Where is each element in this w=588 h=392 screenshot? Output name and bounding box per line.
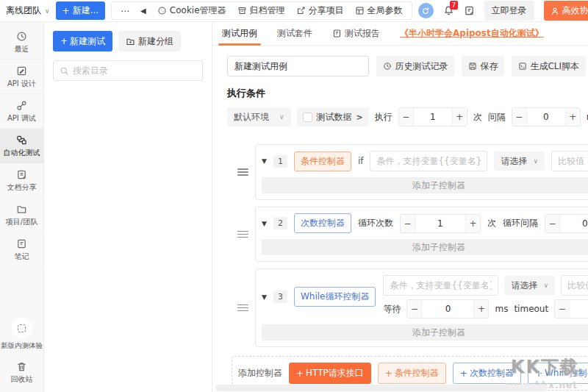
collapse-caret-icon[interactable]: ▼ xyxy=(262,157,267,165)
exec-conditions-row: 默认环境 ∨ 测试数据 > 执行 − 1 + 次 间隔 − 0 xyxy=(227,107,588,126)
increment-button[interactable]: + xyxy=(473,300,488,318)
chevron-down-icon: ∨ xyxy=(533,157,538,165)
exec-count-value: 1 xyxy=(414,112,452,122)
sidebar-item-doc-share[interactable]: 文档分享 xyxy=(0,163,43,198)
while-controller-badge[interactable]: While循环控制器 xyxy=(294,287,376,307)
topbar-menu-group: ⋯ ◀ Cookie管理器 归档管理 分享项目 全局参数 xyxy=(111,1,412,20)
sidebar-item-trash[interactable]: 回收站 xyxy=(0,355,43,392)
menu-archive-label: 归档管理 xyxy=(250,4,285,17)
history-button[interactable]: 历史测试记录 xyxy=(376,56,454,76)
sidebar-item-recent[interactable]: 最近 xyxy=(0,25,43,60)
decrement-button[interactable]: − xyxy=(512,108,527,126)
compare-value-input[interactable] xyxy=(551,151,588,171)
increment-button[interactable]: + xyxy=(565,108,580,126)
menu-global-params[interactable]: 全局参数 xyxy=(355,4,403,17)
icon-sidebar: 最近 API 设计 API 调试 自动化测试 文档分享 项目/团队 笔记 xyxy=(0,22,44,392)
test-data-checkbox[interactable] xyxy=(303,113,312,122)
decrement-button[interactable]: − xyxy=(399,108,414,126)
test-data-label: 测试数据 xyxy=(317,111,352,124)
notifications-button[interactable]: 7 xyxy=(443,5,454,16)
drag-handle-icon[interactable] xyxy=(237,302,248,313)
environment-select[interactable]: 默认环境 ∨ xyxy=(227,107,291,126)
menu-cookie-manager[interactable]: Cookie管理器 xyxy=(157,4,226,17)
exec-count-stepper[interactable]: − 1 + xyxy=(398,107,467,126)
while-condition-input[interactable] xyxy=(383,275,498,296)
sidebar-item-projects[interactable]: 项目/团队 xyxy=(0,198,43,232)
test-name-input[interactable] xyxy=(227,56,369,76)
add-condition-controller-button[interactable]: + 条件控制器 xyxy=(378,363,446,384)
back-icon[interactable]: ◀ xyxy=(140,7,146,15)
decrement-button[interactable]: − xyxy=(407,300,422,318)
while-operator-select[interactable]: 请选择 ∨ xyxy=(504,276,555,295)
tutorial-link[interactable]: 《半小时学会Apipost自动化测试》 xyxy=(400,27,544,40)
increment-button[interactable]: + xyxy=(465,215,480,232)
collab-button[interactable]: 高效协作 xyxy=(544,1,588,21)
wait-value: 0 xyxy=(422,304,473,314)
increment-button[interactable]: + xyxy=(452,108,467,126)
new-group-button[interactable]: 新建分组 xyxy=(118,31,181,51)
add-child-controller-button[interactable]: 添加子控制器 xyxy=(262,177,588,193)
count-controller-badge[interactable]: 次数控制器 xyxy=(294,213,351,233)
add-count-label: 次数控制器 xyxy=(470,367,514,379)
condition-controller-badge[interactable]: 条件控制器 xyxy=(294,152,351,171)
tab-test-case[interactable]: 测试用例 xyxy=(222,22,257,46)
team-selector[interactable]: 离线团队 ∨ xyxy=(6,4,50,17)
condition-input[interactable] xyxy=(370,151,487,171)
notes-button[interactable] xyxy=(464,5,475,16)
add-child-controller-button[interactable]: 添加子控制器 xyxy=(262,324,588,341)
folder-icon xyxy=(16,204,27,215)
controller-row-2: ▼ 2 次数控制器 循环次数 − 1 + 次 循环间隔 − 0 xyxy=(237,207,588,262)
timeout-stepper[interactable]: − 0 + xyxy=(554,299,588,318)
new-button[interactable]: + 新建... xyxy=(56,1,106,20)
chevron-down-icon: ∨ xyxy=(45,7,50,15)
folder-plus-icon xyxy=(126,37,135,46)
sidebar-item-beta[interactable]: 新版内测体验 xyxy=(0,312,43,355)
horizontal-scrollbar[interactable] xyxy=(215,385,548,391)
controller-row-1: ▼ 1 条件控制器 if 请选择 ∨ 添加子控制器 xyxy=(237,144,588,200)
notification-badge: 7 xyxy=(450,1,459,10)
collapse-caret-icon[interactable]: ▼ xyxy=(262,293,267,301)
search-input[interactable] xyxy=(73,65,196,76)
loop-interval-label: 循环间隔 xyxy=(503,217,538,229)
sync-button[interactable] xyxy=(418,3,434,18)
add-http-request-button[interactable]: + HTTP请求接口 xyxy=(289,363,371,384)
drag-handle-icon[interactable] xyxy=(237,167,248,178)
add-child-controller-button[interactable]: 添加子控制器 xyxy=(262,239,588,255)
new-test-button[interactable]: + 新建测试 xyxy=(53,31,112,51)
sidebar-item-notes[interactable]: 笔记 xyxy=(0,232,43,267)
timeout-label: timeout xyxy=(514,304,548,314)
loop-interval-value: 0 xyxy=(560,218,588,229)
expand-icon: > xyxy=(356,113,363,122)
menu-share-project[interactable]: 分享项目 xyxy=(296,4,344,17)
report-icon xyxy=(332,29,342,38)
sidebar-item-api-design[interactable]: API 设计 xyxy=(0,60,43,94)
while-compare-value-input[interactable] xyxy=(561,275,588,296)
decrement-button[interactable]: − xyxy=(555,300,570,318)
wait-stepper[interactable]: − 0 + xyxy=(406,299,489,318)
tab-test-suite[interactable]: 测试套件 xyxy=(277,22,312,46)
loop-count-stepper[interactable]: − 1 + xyxy=(400,214,481,233)
menu-archive[interactable]: 归档管理 xyxy=(237,4,285,17)
cli-icon xyxy=(518,62,527,71)
test-data-toggle[interactable]: 测试数据 > xyxy=(297,107,369,126)
person-icon xyxy=(551,7,559,15)
sidebar-item-auto-test[interactable]: 自动化测试 xyxy=(0,129,43,163)
more-button[interactable]: ⋯ xyxy=(121,6,129,16)
tab-test-report[interactable]: 测试报告 xyxy=(332,22,380,46)
decrement-button[interactable]: − xyxy=(401,215,415,232)
menu-cookie-label: Cookie管理器 xyxy=(170,4,226,17)
sidebar-item-api-debug[interactable]: API 调试 xyxy=(0,94,43,129)
decrement-button[interactable]: − xyxy=(545,215,560,232)
drag-handle-icon[interactable] xyxy=(237,229,248,240)
operator-select[interactable]: 请选择 ∨ xyxy=(494,152,545,171)
beta-circle-icon xyxy=(12,318,32,338)
cli-label: 生成CLI脚本 xyxy=(530,60,579,73)
login-button[interactable]: 立即登录 xyxy=(484,1,534,21)
generate-cli-button[interactable]: 生成CLI脚本 xyxy=(512,56,586,76)
interval-label: 间隔 xyxy=(488,111,506,124)
interval-stepper[interactable]: − 0 + xyxy=(512,107,581,126)
collapse-caret-icon[interactable]: ▼ xyxy=(262,220,267,227)
loop-interval-stepper[interactable]: − 0 + xyxy=(545,214,588,233)
save-button[interactable]: 保存 xyxy=(462,56,504,76)
test-case-editor: 历史测试记录 保存 生成CLI脚本 执行条件 默认环境 ∨ xyxy=(212,46,588,392)
